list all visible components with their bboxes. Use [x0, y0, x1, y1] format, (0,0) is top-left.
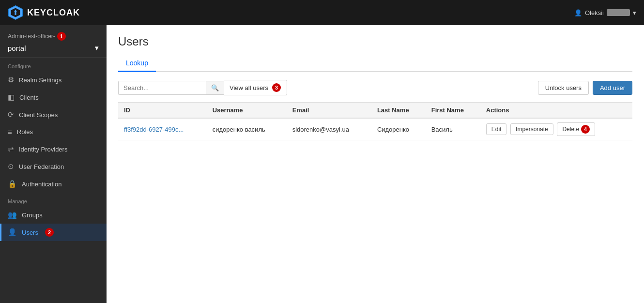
sidebar-item-clients-label: Clients	[19, 94, 39, 101]
users-badge: 2	[45, 228, 54, 237]
sidebar-item-users-label: Users	[22, 229, 38, 236]
user-id-link[interactable]: ff3f92dd-6927-499c...	[124, 126, 184, 133]
delete-button[interactable]: Delete4	[557, 122, 595, 136]
col-id: ID	[118, 103, 207, 119]
cell-username: сидоренко василь	[207, 118, 287, 140]
table-header: ID Username Email Last Name First Name A…	[118, 103, 632, 119]
col-lastname: Last Name	[371, 103, 426, 119]
keycloak-logo-icon	[8, 5, 23, 20]
cell-firstname: Василь	[426, 118, 480, 140]
col-actions: Actions	[480, 103, 632, 119]
sidebar-item-user-federation-label: User Federation	[19, 163, 64, 170]
add-user-button[interactable]: Add user	[593, 81, 632, 95]
svg-rect-3	[15, 11, 16, 15]
sidebar-item-users[interactable]: 👤 Users 2	[0, 224, 107, 241]
client-scopes-icon: ⟳	[8, 110, 14, 119]
table-body: ff3f92dd-6927-499c... сидоренко василь s…	[118, 118, 632, 140]
edit-button[interactable]: Edit	[486, 123, 507, 135]
realm-name: portal	[8, 44, 26, 52]
col-firstname: First Name	[426, 103, 480, 119]
authentication-icon: 🔒	[8, 180, 17, 188]
sidebar-item-identity-providers-label: Identity Providers	[19, 146, 67, 153]
sidebar-item-client-scopes[interactable]: ⟳ Client Scopes	[0, 106, 107, 123]
cell-email: sidorenko@vasyl.ua	[287, 118, 371, 140]
cell-actions: Edit Impersonate Delete4	[480, 118, 632, 140]
col-email: Email	[287, 103, 371, 119]
user-federation-icon: ⊙	[8, 162, 14, 171]
view-all-badge: 3	[272, 83, 281, 92]
logo-text: KEYCLOAK	[27, 8, 80, 18]
cell-id: ff3f92dd-6927-499c...	[118, 118, 207, 140]
groups-icon: 👥	[8, 211, 17, 219]
toolbar: 🔍 View all users 3 Unlock users Add user	[118, 80, 632, 95]
sidebar-item-roles[interactable]: ≡ Roles	[0, 123, 107, 140]
search-wrap: 🔍	[118, 81, 224, 95]
tab-lookup[interactable]: Lookup	[118, 55, 156, 72]
logo: KEYCLOAK	[8, 5, 80, 20]
toolbar-right: Unlock users Add user	[538, 81, 632, 95]
sidebar-admin-user: Admin-test-officer-1	[8, 32, 99, 41]
sidebar-item-realm-settings[interactable]: ⚙ Realm Settings	[0, 71, 107, 89]
user-icon: 👤	[574, 9, 582, 16]
sidebar-item-groups[interactable]: 👥 Groups	[0, 206, 107, 224]
unlock-users-button[interactable]: Unlock users	[538, 81, 589, 95]
tabs: Lookup	[118, 55, 632, 72]
impersonate-button[interactable]: Impersonate	[510, 123, 553, 135]
user-menu[interactable]: 👤 Oleksii ▾	[574, 9, 636, 16]
sidebar-item-client-scopes-label: Client Scopes	[19, 111, 58, 119]
view-all-label: View all users	[230, 84, 268, 91]
roles-icon: ≡	[8, 128, 12, 136]
user-name: Oleksii	[585, 9, 604, 16]
manage-label: Manage	[0, 193, 107, 206]
realm-chevron-icon: ▾	[95, 44, 99, 52]
clients-icon: ◧	[8, 93, 15, 102]
topnav: KEYCLOAK 👤 Oleksii ▾	[0, 0, 644, 25]
sidebar-item-authentication-label: Authentication	[22, 181, 61, 188]
admin-badge: 1	[57, 32, 66, 41]
main-content: Users Lookup 🔍 View all users 3 Unlock u…	[107, 25, 644, 303]
layout: Admin-test-officer-1 portal ▾ Configure …	[0, 25, 644, 303]
sidebar-item-authentication[interactable]: 🔒 Authentication	[0, 175, 107, 193]
users-table: ID Username Email Last Name First Name A…	[118, 102, 632, 140]
realm-selector[interactable]: portal ▾	[8, 44, 99, 52]
page-title: Users	[118, 35, 632, 48]
configure-label: Configure	[0, 58, 107, 71]
search-input[interactable]	[119, 81, 206, 94]
identity-providers-icon: ⇌	[8, 145, 14, 153]
search-button[interactable]: 🔍	[206, 81, 224, 94]
view-all-users-button[interactable]: View all users 3	[224, 80, 287, 95]
sidebar: Admin-test-officer-1 portal ▾ Configure …	[0, 25, 107, 303]
cell-lastname: Сидоренко	[371, 118, 426, 140]
col-username: Username	[207, 103, 287, 119]
sidebar-item-clients[interactable]: ◧ Clients	[0, 89, 107, 106]
sidebar-item-groups-label: Groups	[22, 212, 43, 219]
realm-settings-icon: ⚙	[8, 76, 14, 84]
sidebar-item-roles-label: Roles	[17, 128, 33, 136]
users-icon: 👤	[8, 228, 17, 237]
user-menu-chevron: ▾	[633, 9, 636, 16]
sidebar-item-realm-settings-label: Realm Settings	[19, 76, 61, 84]
realm-section: Admin-test-officer-1 portal ▾	[0, 25, 107, 58]
delete-badge: 4	[581, 125, 590, 134]
table-row: ff3f92dd-6927-499c... сидоренко василь s…	[118, 118, 632, 140]
sidebar-admin-label: Admin-test-officer-1	[8, 32, 66, 41]
sidebar-item-identity-providers[interactable]: ⇌ Identity Providers	[0, 140, 107, 158]
sidebar-item-user-federation[interactable]: ⊙ User Federation	[0, 158, 107, 175]
